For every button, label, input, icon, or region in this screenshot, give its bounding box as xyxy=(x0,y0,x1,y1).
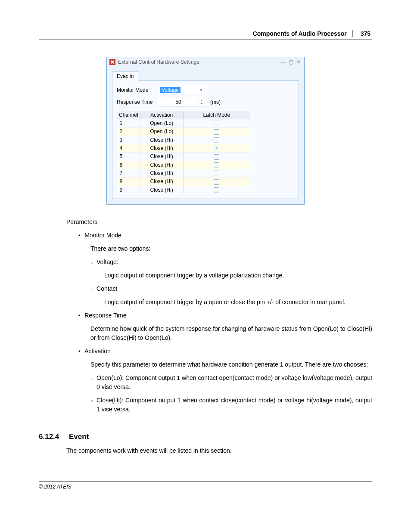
spinner-up-icon[interactable]: ▲ xyxy=(199,99,205,102)
table-row[interactable]: 7Close (Hi) xyxy=(117,169,250,177)
cell-channel: 9 xyxy=(117,186,140,194)
section-heading: 6.12.4Event xyxy=(39,431,372,442)
bullet-activation: •Activation xyxy=(39,347,372,356)
response-time-label: Response Time xyxy=(117,99,158,105)
tab-panel: Monitor Mode Voltage ▼ Response Time 50 … xyxy=(112,80,299,199)
bullet-close-hi: ○Close(Hi): Component output 1 when cont… xyxy=(39,396,372,414)
dialog-title: External Control Hardware Settings xyxy=(118,59,199,65)
cell-activation[interactable]: Close (Hi) xyxy=(140,144,183,152)
bullet-monitor-mode: •Monitor Mode xyxy=(39,231,372,240)
table-row[interactable]: 1Open (Lo) xyxy=(117,119,250,128)
cell-activation[interactable]: Close (Hi) xyxy=(140,169,183,177)
response-time-spinner[interactable]: 50 ▲ ▼ xyxy=(158,98,205,106)
cell-latch[interactable] xyxy=(183,152,250,161)
bullet-contact: ○Contact xyxy=(39,284,372,293)
table-row[interactable]: 8Close (Hi) xyxy=(117,177,250,186)
cell-channel: 2 xyxy=(117,128,140,136)
app-icon xyxy=(109,59,115,65)
cell-latch[interactable] xyxy=(183,128,250,136)
header-title: Components of Audio Processor xyxy=(253,30,347,37)
latch-checkbox[interactable] xyxy=(214,171,219,176)
monitor-mode-label: Monitor Mode xyxy=(117,87,158,93)
cell-activation[interactable]: Open (Lo) xyxy=(140,119,183,128)
cell-activation[interactable]: Close (Hi) xyxy=(140,177,183,186)
response-time-value: 50 xyxy=(158,99,199,105)
cell-activation[interactable]: Close (Hi) xyxy=(140,186,183,194)
cell-latch[interactable] xyxy=(183,119,250,128)
monitor-mode-value: Voltage xyxy=(160,87,181,93)
cell-latch[interactable] xyxy=(183,169,250,177)
cell-activation[interactable]: Close (Hi) xyxy=(140,136,183,144)
close-icon[interactable]: ✕ xyxy=(296,59,302,65)
page-footer: © 2012 ATEÏS xyxy=(39,481,372,490)
spinner-down-icon[interactable]: ▼ xyxy=(199,102,205,106)
cell-latch[interactable] xyxy=(183,177,250,186)
table-row[interactable]: 9Close (Hi) xyxy=(117,186,250,194)
cell-latch[interactable]: ✓ xyxy=(183,144,250,152)
cell-channel: 1 xyxy=(117,119,140,128)
latch-checkbox[interactable]: ✓ xyxy=(214,146,219,151)
latch-checkbox[interactable] xyxy=(214,129,219,135)
table-row[interactable]: 3Close (Hi) xyxy=(117,136,250,144)
bullet-voltage: ○Voltage: xyxy=(39,258,372,267)
dialog-titlebar[interactable]: External Control Hardware Settings — ▢ ✕ xyxy=(107,57,304,67)
latch-checkbox[interactable] xyxy=(214,137,219,143)
channel-table: Channel Activation Latch Mode 1Open (Lo)… xyxy=(117,111,250,194)
page-header: Components of Audio Processor 375 xyxy=(39,30,372,40)
chevron-down-icon: ▼ xyxy=(199,88,203,92)
cell-channel: 8 xyxy=(117,177,140,186)
table-row[interactable]: 4Close (Hi)✓ xyxy=(117,144,250,152)
monitor-mode-intro: There are two options: xyxy=(39,244,372,253)
latch-checkbox[interactable] xyxy=(214,162,219,168)
response-time-desc: Determine how quick of the system respon… xyxy=(39,324,372,342)
cell-channel: 6 xyxy=(117,161,140,169)
cell-latch[interactable] xyxy=(183,136,250,144)
bullet-open-lo: ○Open(Lo): Component output 1 when conta… xyxy=(39,373,372,392)
cell-latch[interactable] xyxy=(183,186,250,194)
cell-channel: 3 xyxy=(117,136,140,144)
bullet-response-time: •Response Time xyxy=(39,311,372,320)
minimize-icon[interactable]: — xyxy=(280,59,286,65)
cell-latch[interactable] xyxy=(183,161,250,169)
monitor-mode-dropdown[interactable]: Voltage ▼ xyxy=(158,86,205,94)
latch-checkbox[interactable] xyxy=(214,179,219,185)
latch-checkbox[interactable] xyxy=(214,187,219,193)
cell-channel: 4 xyxy=(117,144,140,152)
latch-checkbox[interactable] xyxy=(214,121,219,126)
table-row[interactable]: 2Open (Lo) xyxy=(117,128,250,136)
cell-activation[interactable]: Close (Hi) xyxy=(140,161,183,169)
col-latch[interactable]: Latch Mode xyxy=(183,111,250,119)
parameters-heading: Parameters xyxy=(39,218,372,227)
response-time-unit: (ms) xyxy=(210,99,221,105)
settings-dialog: External Control Hardware Settings — ▢ ✕… xyxy=(106,57,305,205)
col-channel[interactable]: Channel xyxy=(117,111,140,119)
table-row[interactable]: 6Close (Hi) xyxy=(117,161,250,169)
col-activation[interactable]: Activation xyxy=(140,111,183,119)
table-row[interactable]: 5Close (Hi) xyxy=(117,152,250,161)
contact-desc: Logic output of component trigger by a o… xyxy=(39,298,372,307)
section-text: The components work with events will be … xyxy=(39,446,372,455)
maximize-icon[interactable]: ▢ xyxy=(288,59,294,65)
cell-channel: 5 xyxy=(117,152,140,161)
tab-evac-in[interactable]: Evac in xyxy=(112,72,138,81)
cell-channel: 7 xyxy=(117,169,140,177)
voltage-desc: Logic output of component trigger by a v… xyxy=(39,271,372,280)
cell-activation[interactable]: Close (Hi) xyxy=(140,152,183,161)
latch-checkbox[interactable] xyxy=(214,154,219,160)
activation-intro: Specify this parameter to determine what… xyxy=(39,360,372,369)
page-number: 375 xyxy=(352,30,372,37)
cell-activation[interactable]: Open (Lo) xyxy=(140,128,183,136)
